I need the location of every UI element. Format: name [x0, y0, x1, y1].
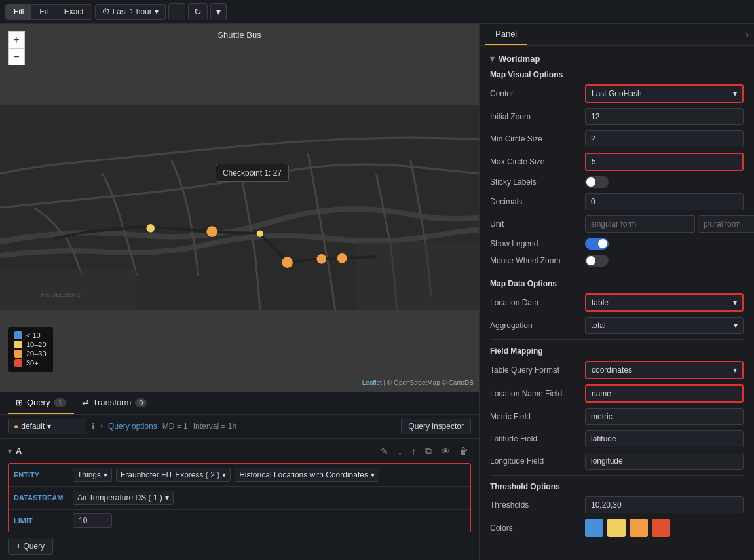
center-label: Center — [490, 89, 585, 98]
exact-button[interactable]: Exact — [56, 5, 92, 19]
location-data-row: Location Data table ▾ — [490, 293, 744, 312]
query-section-actions: ✎ ↓ ↑ ⧉ 👁 🗑 — [378, 444, 471, 458]
query-options-link[interactable]: Query options — [108, 422, 157, 431]
color-swatch-1[interactable] — [607, 519, 626, 537]
refresh-button[interactable]: ↻ — [188, 3, 208, 20]
zoom-in-button[interactable]: + — [8, 31, 25, 48]
mouse-wheel-toggle[interactable] — [585, 255, 609, 267]
table-query-format-select[interactable]: coordinates ▾ — [585, 361, 744, 379]
longitude-field-input[interactable] — [585, 453, 744, 470]
datasource-select[interactable]: ● default ▾ — [8, 419, 86, 434]
move-down-icon[interactable]: ↓ — [395, 444, 405, 458]
field-mapping: Field Mapping Table Query Format coordin… — [490, 346, 744, 470]
chevron-down-icon: ▾ — [165, 493, 169, 502]
color-swatch-3[interactable] — [652, 519, 670, 537]
unit-plural-input[interactable] — [698, 215, 754, 233]
max-circle-input[interactable] — [585, 153, 744, 171]
query-icon: ⊞ — [16, 398, 23, 407]
copy-icon[interactable]: ⧉ — [423, 444, 434, 458]
tab-query[interactable]: ⊞ Query 1 — [8, 392, 74, 414]
latitude-field-label: Latitude Field — [490, 434, 585, 443]
initial-zoom-input[interactable] — [585, 108, 744, 125]
mouse-wheel-control — [585, 255, 744, 267]
latitude-field-control — [585, 430, 744, 447]
move-up-icon[interactable]: ↑ — [409, 444, 419, 458]
svg-point-8 — [317, 254, 327, 264]
colors-row: Colors — [490, 519, 744, 537]
datasource-label: default — [21, 422, 45, 431]
toggle-visibility-icon[interactable]: 👁 — [438, 444, 453, 458]
tab-panel[interactable]: Panel — [485, 24, 527, 45]
query-tabs: ⊞ Query 1 ⇄ Transform 0 — [0, 392, 479, 415]
decimals-control — [585, 193, 744, 210]
info-icon[interactable]: ℹ — [92, 422, 95, 431]
section-label: A — [16, 446, 22, 456]
location-name-field-input[interactable] — [585, 384, 744, 403]
md-label: MD = 1 — [162, 422, 188, 431]
metric-field-input[interactable] — [585, 408, 744, 425]
map-attribution: Leaflet | © OpenStreetMap © CartoDB — [362, 379, 474, 386]
entity-historical-select[interactable]: Historical Locations with Coordinates ▾ — [235, 468, 379, 482]
datastream-label: DATASTREAM — [14, 494, 73, 502]
fill-fit-exact-group: Fill Fit Exact — [5, 4, 92, 20]
latitude-field-input[interactable] — [585, 430, 744, 447]
fill-button[interactable]: Fill — [6, 5, 31, 19]
query-section-header: ▾ A ✎ ↓ ↑ ⧉ 👁 🗑 — [8, 444, 471, 458]
unit-singular-input[interactable] — [585, 215, 695, 233]
zoom-out-button[interactable]: − — [168, 3, 185, 20]
limit-field-row: LIMIT — [9, 510, 470, 532]
osm-attribution: | © OpenStreetMap — [384, 379, 440, 386]
max-circle-row: Max Circle Size — [490, 153, 744, 171]
map-zoom-controls: + − — [8, 31, 25, 65]
unit-row: Unit — [490, 215, 744, 233]
query-inspector-button[interactable]: Query inspector — [401, 419, 471, 434]
center-select[interactable]: Last GeoHash ▾ — [585, 84, 744, 103]
query-tab-label: Query — [27, 398, 50, 407]
thresholds-input[interactable] — [585, 496, 744, 513]
svg-text:HEIDELBERG: HEIDELBERG — [41, 291, 81, 298]
tab-transform[interactable]: ⇄ Transform 0 — [74, 392, 155, 414]
zoom-out-button[interactable]: − — [8, 48, 25, 65]
map-data-options: Map Data Options Location Data table ▾ A… — [490, 279, 744, 334]
aggregation-select[interactable]: total ▾ — [585, 317, 744, 334]
leaflet-link[interactable]: Leaflet — [362, 379, 382, 386]
panel-expand-button[interactable]: › — [740, 24, 754, 45]
datastream-controls: Air Temperature DS ( 1 ) ▾ — [73, 491, 465, 505]
location-data-select[interactable]: table ▾ — [585, 293, 744, 312]
legend-label-2: 20–30 — [26, 350, 47, 358]
legend-label-1: 10–20 — [26, 341, 47, 348]
datastream-select[interactable]: Air Temperature DS ( 1 ) ▾ — [73, 491, 174, 505]
query-fields-table: ENTITY Things ▾ Fraunhofer FIT Express (… — [8, 463, 471, 532]
svg-rect-2 — [356, 242, 479, 310]
limit-input[interactable] — [73, 513, 112, 528]
decimals-input[interactable] — [585, 193, 744, 210]
fit-button[interactable]: Fit — [31, 5, 56, 19]
sticky-labels-row: Sticky Labels — [490, 176, 744, 188]
panel-tabs: Panel › — [480, 24, 754, 46]
legend-label-3: 30+ — [26, 359, 39, 367]
section-chevron[interactable]: ▾ — [8, 447, 12, 456]
entity-label: ENTITY — [14, 471, 73, 479]
legend-color-0 — [14, 331, 22, 339]
min-circle-input[interactable] — [585, 130, 744, 147]
more-options-button[interactable]: ▾ — [210, 3, 227, 20]
color-swatch-2[interactable] — [630, 519, 648, 537]
svg-point-9 — [337, 253, 347, 263]
entity-fraunhofer-select[interactable]: Fraunhofer FIT Express ( 2 ) ▾ — [116, 468, 231, 482]
thresholds-control — [585, 496, 744, 513]
color-swatch-0[interactable] — [585, 519, 603, 537]
table-query-format-row: Table Query Format coordinates ▾ — [490, 361, 744, 379]
location-data-control: table ▾ — [585, 293, 744, 312]
map-area[interactable]: HEIDELBERG Shuttle Bus + − < 10 — [0, 24, 479, 392]
max-circle-label: Max Circle Size — [490, 157, 585, 166]
sticky-labels-toggle[interactable] — [585, 176, 609, 188]
svg-point-6 — [257, 230, 263, 236]
show-legend-toggle[interactable] — [585, 238, 609, 250]
carto-attribution: © CartoDB — [442, 379, 474, 386]
add-query-button[interactable]: + Query — [8, 538, 53, 555]
delete-icon[interactable]: 🗑 — [457, 444, 471, 458]
edit-icon[interactable]: ✎ — [378, 444, 391, 458]
entity-things-select[interactable]: Things ▾ — [73, 468, 112, 482]
time-range-button[interactable]: ⏱ Last 1 hour ▾ — [95, 4, 166, 20]
transform-icon: ⇄ — [82, 398, 89, 407]
